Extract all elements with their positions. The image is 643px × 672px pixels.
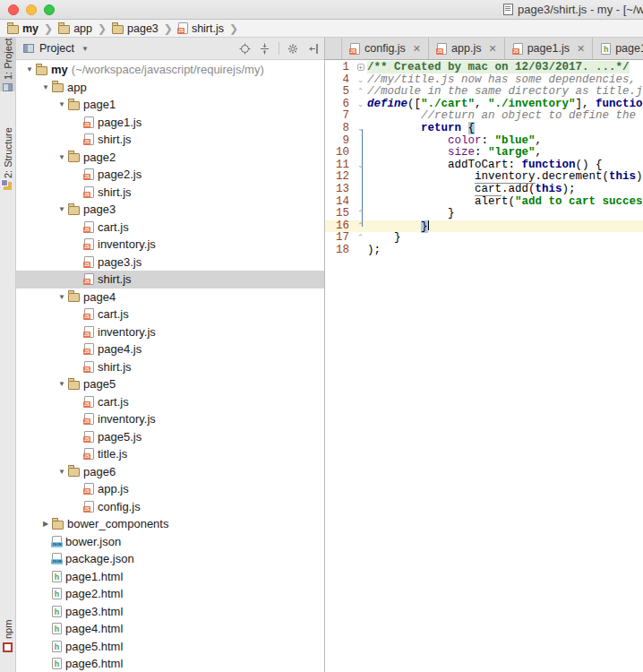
tree-item-page5-html[interactable]: hpage5.html (16, 638, 324, 656)
tree-item-inventory-js[interactable]: JSinventory.js (16, 410, 324, 428)
fold-marker-icon[interactable]: ⌃ (354, 208, 367, 220)
tree-item-page6[interactable]: ▼page6 (16, 463, 324, 481)
tree-item-shirt-js[interactable]: JSshirt.js (16, 358, 324, 376)
tree-item-page4[interactable]: ▼page4 (16, 289, 324, 306)
code-line-5[interactable]: 5⌃//module in the same directory as titl… (325, 86, 643, 99)
tree-item-inventory-js[interactable]: JSinventory.js (16, 236, 324, 254)
close-window-button[interactable] (8, 4, 19, 15)
expanded-arrow-icon[interactable]: ▼ (56, 468, 68, 476)
tree-item-page4-html[interactable]: hpage4.html (16, 620, 324, 638)
code-line-6[interactable]: 6⌄define(["./cart", "./inventory"], func… (325, 99, 643, 111)
window-controls (8, 4, 55, 15)
code-line-13[interactable]: 13 cart.add(this); (325, 184, 643, 196)
fold-spacer (354, 171, 367, 184)
expanded-arrow-icon[interactable]: ▼ (56, 293, 68, 301)
code-line-1[interactable]: 1+/** Created by mac on 12/03/2017. ...*… (325, 62, 643, 74)
code-line-17[interactable]: 17⌃ } (325, 232, 643, 245)
code-line-4[interactable]: 4⌄//my/title.js now has some dependencie… (325, 74, 643, 87)
tree-item-bower-json[interactable]: JSONbower.json (16, 533, 324, 551)
tree-item-package-json[interactable]: JSONpackage.json (16, 550, 324, 568)
tree-item-title-js[interactable]: JStitle.js (16, 445, 324, 463)
tree-item-my[interactable]: ▼my (~/workspace/javascript/requirejs/my… (16, 61, 324, 79)
tree-item-page6-html[interactable]: hpage6.html (16, 655, 324, 672)
project-panel-title[interactable]: Project (39, 42, 74, 55)
collapse-all-button[interactable] (259, 43, 270, 55)
js-badge: JS (83, 349, 90, 355)
editor-tab-app-js[interactable]: JSapp.js✕ (429, 38, 505, 59)
breadcrumb-item-shirt-js[interactable]: JSshirt.js (178, 22, 224, 35)
code-line-7[interactable]: 7 //return an object to define the "my/s… (325, 110, 643, 123)
close-tab-icon[interactable]: ✕ (577, 43, 585, 55)
chevron-down-icon[interactable]: ▼ (81, 45, 89, 53)
tree-item-cart-js[interactable]: JScart.js (16, 306, 324, 323)
code-line-14[interactable]: 14 alert("add to cart success!"); (325, 196, 643, 209)
code-line-15[interactable]: 15⌃ } (325, 208, 643, 220)
tree-item-page2[interactable]: ▼page2 (16, 149, 324, 167)
minimize-window-button[interactable] (26, 4, 37, 15)
expanded-arrow-icon[interactable]: ▼ (23, 65, 36, 73)
close-tab-icon[interactable]: ✕ (488, 43, 496, 55)
tree-item-app[interactable]: ▼app (16, 79, 324, 97)
tree-item-page3-js[interactable]: JSpage3.js (16, 254, 324, 271)
settings-button[interactable] (287, 43, 300, 55)
tree-item-page5[interactable]: ▼page5 (16, 375, 324, 393)
fold-marker-icon[interactable]: + (354, 62, 367, 74)
tree-item-page3[interactable]: ▼page3 (16, 201, 324, 219)
tree-item-config-js[interactable]: JSconfig.js (16, 498, 324, 516)
editor-tab-page1-html[interactable]: hpage1.html (593, 38, 643, 59)
expanded-arrow-icon[interactable]: ▼ (56, 380, 68, 388)
code-line-12[interactable]: 12 inventory.decrement(this); (325, 171, 643, 184)
folder-icon (52, 83, 64, 92)
tree-item-page1-js[interactable]: JSpage1.js (16, 114, 324, 132)
editor-tab-config-js[interactable]: JSconfig.js✕ (341, 38, 429, 59)
tree-item-page3-html[interactable]: hpage3.html (16, 603, 324, 621)
collapsed-arrow-icon[interactable]: ▶ (39, 520, 52, 528)
expanded-arrow-icon[interactable]: ▼ (56, 153, 68, 161)
tree-item-label: page5.js (98, 430, 141, 444)
code-editor[interactable]: 1+/** Created by mac on 12/03/2017. ...*… (325, 60, 643, 672)
strip-item-structure[interactable]: 2: Structure (0, 115, 16, 190)
hide-panel-button[interactable] (308, 43, 319, 55)
code-line-16[interactable]: 16⌃ } (325, 220, 643, 233)
expanded-arrow-icon[interactable]: ▼ (56, 205, 68, 213)
breadcrumb-item-app[interactable]: app (58, 22, 92, 35)
tree-item-page2-html[interactable]: hpage2.html (16, 585, 324, 603)
tree-item-shirt-js[interactable]: JSshirt.js (16, 184, 324, 202)
breadcrumb-item-my[interactable]: my (7, 22, 39, 35)
tree-item-page2-js[interactable]: JSpage2.js (16, 166, 324, 184)
tree-item-shirt-js[interactable]: JSshirt.js (16, 131, 324, 149)
fold-marker-icon[interactable]: ⌄ (354, 74, 367, 87)
expanded-arrow-icon[interactable]: ▼ (39, 83, 52, 91)
fold-marker-icon[interactable]: ⌄ (354, 123, 367, 135)
code-line-18[interactable]: 18); (325, 245, 643, 257)
fold-marker-icon[interactable]: ⌃ (354, 220, 367, 233)
tree-item-app-js[interactable]: JSapp.js (16, 480, 324, 498)
editor-tab-page1-js[interactable]: JSpage1.js✕ (505, 38, 593, 59)
code-line-9[interactable]: 9 color: "blue", (325, 135, 643, 148)
tree-item-page1[interactable]: ▼page1 (16, 96, 324, 114)
code-line-11[interactable]: 11⌄ addToCart: function() { (325, 159, 643, 172)
tree-item-inventory-js[interactable]: JSinventory.js (16, 323, 324, 341)
strip-item-npm[interactable]: npm (0, 611, 16, 652)
fold-marker-icon[interactable]: ⌄ (354, 99, 367, 111)
tree-item-page1-html[interactable]: hpage1.html (16, 568, 324, 586)
code-line-10[interactable]: 10 size: "large", (325, 147, 643, 159)
close-tab-icon[interactable]: ✕ (413, 43, 421, 55)
expanded-arrow-icon[interactable]: ▼ (56, 100, 68, 108)
tree-item-page4-js[interactable]: JSpage4.js (16, 340, 324, 358)
breadcrumb-item-page3[interactable]: page3 (112, 22, 159, 35)
fold-marker-icon[interactable]: ⌄ (354, 159, 367, 172)
locate-button[interactable] (239, 43, 251, 55)
code-line-8[interactable]: 8⌄ return { (325, 123, 643, 135)
strip-item-project[interactable]: 1: Project (0, 38, 16, 91)
tree-item-cart-js[interactable]: JScart.js (16, 219, 324, 237)
tree-item-shirt-js[interactable]: JSshirt.js (16, 271, 324, 289)
tree-item-cart-js[interactable]: JScart.js (16, 393, 324, 411)
strip-item-favorites[interactable]: ★Favorites (0, 652, 16, 672)
zoom-window-button[interactable] (44, 4, 55, 15)
tree-item-bower_components[interactable]: ▶bower_components (16, 515, 324, 533)
fold-marker-icon[interactable]: ⌃ (354, 232, 367, 245)
fold-expand-icon[interactable]: + (357, 64, 364, 71)
tree-item-page5-js[interactable]: JSpage5.js (16, 428, 324, 446)
fold-marker-icon[interactable]: ⌃ (354, 86, 367, 99)
